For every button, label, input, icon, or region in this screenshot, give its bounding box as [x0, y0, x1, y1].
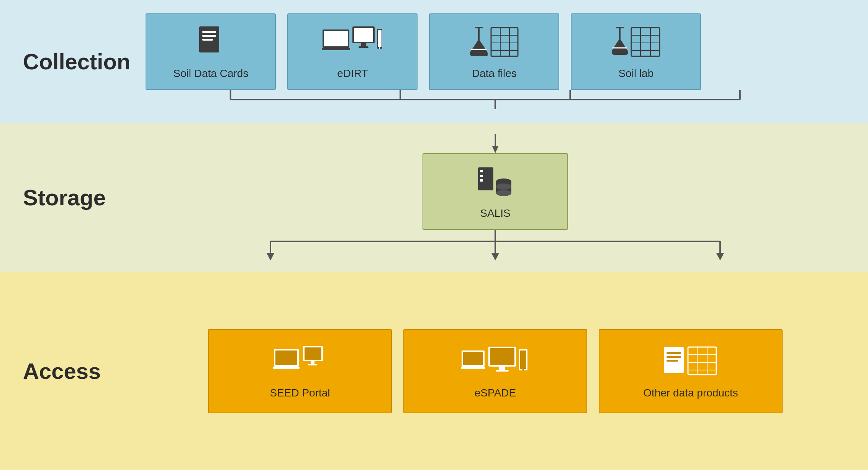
svg-rect-3 — [202, 39, 213, 41]
salis-label: SALIS — [480, 207, 510, 219]
collection-label: Collection — [23, 49, 130, 74]
arrow-into-storage — [484, 134, 507, 153]
collection-to-storage-lines — [146, 90, 845, 109]
other-data-products-label: Other data products — [643, 387, 738, 399]
seed-portal-card: SEED Portal — [208, 329, 392, 413]
server-db-icon — [476, 164, 514, 202]
espade-label: eSPADE — [475, 387, 516, 399]
devices-icon — [322, 24, 383, 62]
other-data-products-card: Other data products — [599, 329, 783, 413]
svg-rect-63 — [496, 370, 509, 372]
svg-rect-35 — [480, 170, 483, 172]
svg-rect-70 — [667, 360, 678, 362]
lab-grid2-icon — [609, 24, 663, 62]
svg-rect-14 — [491, 28, 518, 56]
access-label: Access — [23, 358, 130, 384]
svg-rect-10 — [359, 46, 368, 48]
svg-marker-49 — [716, 253, 724, 260]
svg-point-40 — [496, 190, 511, 196]
access-section: Access SEED Portal — [0, 272, 868, 470]
svg-marker-48 — [491, 253, 500, 260]
svg-rect-69 — [667, 356, 681, 358]
svg-rect-62 — [499, 367, 505, 370]
svg-rect-9 — [361, 43, 366, 46]
svg-rect-71 — [688, 347, 716, 375]
soil-lab-label: Soil lab — [618, 67, 653, 80]
svg-rect-20 — [631, 28, 660, 56]
soil-data-cards-card: Soil Data Cards — [146, 13, 276, 90]
collection-section: Collection Soil Data Cards — [0, 0, 868, 123]
svg-rect-5 — [324, 31, 348, 46]
soil-data-cards-label: Soil Data Cards — [173, 67, 248, 80]
svg-rect-51 — [275, 350, 297, 365]
svg-rect-61 — [490, 348, 514, 365]
svg-rect-58 — [463, 352, 483, 365]
svg-rect-2 — [202, 35, 216, 37]
svg-rect-37 — [480, 179, 483, 182]
svg-rect-52 — [273, 367, 300, 369]
storage-to-access-lines — [146, 230, 845, 260]
storage-section: Storage — [0, 123, 868, 272]
edirt-card: eDIRT — [287, 13, 418, 90]
svg-rect-59 — [461, 367, 485, 369]
svg-point-66 — [522, 368, 524, 370]
document-icon — [195, 24, 226, 62]
svg-marker-33 — [492, 146, 498, 153]
collection-cards-row: Soil Data Cards — [146, 13, 845, 90]
data-files-label: Data files — [472, 67, 517, 80]
svg-rect-12 — [378, 30, 382, 47]
devices-small-icon — [273, 343, 327, 382]
svg-point-13 — [379, 47, 380, 49]
devices-wide-icon — [461, 343, 530, 382]
svg-marker-47 — [267, 253, 275, 260]
salis-card: SALIS — [423, 153, 568, 230]
storage-label: Storage — [23, 185, 130, 210]
lab-grid-icon — [467, 24, 521, 62]
doc-grid-icon — [662, 343, 719, 382]
svg-rect-1 — [202, 31, 216, 33]
svg-rect-65 — [520, 350, 526, 369]
svg-rect-56 — [308, 364, 317, 365]
svg-rect-55 — [311, 361, 314, 364]
edirt-label: eDIRT — [337, 67, 368, 80]
svg-point-41 — [496, 183, 511, 190]
svg-rect-6 — [322, 48, 350, 50]
soil-lab-card: Soil lab — [571, 13, 701, 90]
svg-rect-36 — [480, 175, 483, 177]
svg-rect-8 — [354, 28, 373, 42]
data-files-card: Data files — [429, 13, 559, 90]
espade-card: eSPADE — [403, 329, 587, 413]
svg-rect-54 — [305, 347, 321, 360]
seed-portal-label: SEED Portal — [270, 387, 330, 399]
svg-rect-68 — [667, 352, 681, 354]
